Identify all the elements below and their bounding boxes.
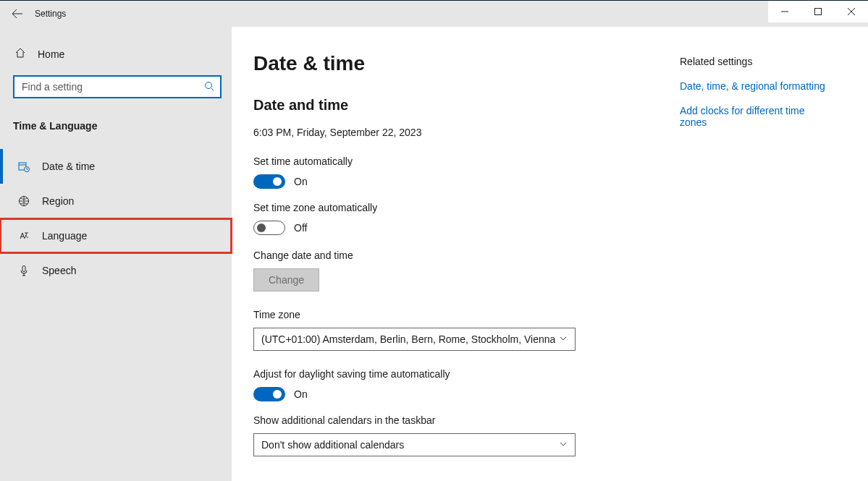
language-icon (17, 230, 30, 242)
chevron-down-icon (559, 333, 568, 345)
nav-item-speech[interactable]: Speech (0, 253, 232, 288)
set-time-auto-label: Set time automatically (253, 156, 659, 167)
home-nav[interactable]: Home (0, 41, 232, 67)
minimize-icon (781, 8, 788, 15)
related-link-formatting[interactable]: Date, time, & regional formatting (680, 80, 832, 92)
set-time-auto-state: On (294, 176, 308, 187)
back-button[interactable] (0, 8, 35, 20)
home-icon (14, 47, 26, 61)
timezone-value: (UTC+01:00) Amsterdam, Berlin, Bern, Rom… (261, 333, 555, 345)
related-settings: Related settings Date, time, & regional … (680, 52, 868, 481)
timezone-select[interactable]: (UTC+01:00) Amsterdam, Berlin, Bern, Rom… (253, 328, 576, 351)
set-tz-auto-label: Set time zone automatically (253, 202, 659, 213)
set-time-auto-toggle[interactable] (253, 174, 285, 189)
related-heading: Related settings (680, 56, 832, 67)
maximize-button[interactable] (801, 1, 835, 22)
additional-calendars-label: Show additional calendars in the taskbar (253, 414, 659, 426)
close-icon (848, 8, 855, 15)
globe-icon (17, 195, 30, 207)
set-tz-auto-state: Off (294, 222, 307, 234)
change-date-label: Change date and time (253, 250, 659, 261)
nav-item-language[interactable]: Language (0, 218, 232, 253)
set-tz-auto-toggle[interactable] (253, 221, 285, 235)
page-title: Date & time (253, 52, 659, 75)
nav-item-region[interactable]: Region (0, 184, 232, 218)
calendar-clock-icon (17, 161, 30, 172)
search-input[interactable] (20, 80, 204, 93)
content: Date & time Date and time 6:03 PM, Frida… (232, 27, 868, 481)
nav-item-label: Language (42, 230, 87, 242)
titlebar: Settings (0, 1, 868, 27)
search-icon (204, 81, 214, 93)
section-title: Date and time (253, 97, 659, 114)
additional-calendars-select[interactable]: Don't show additional calendars (253, 433, 576, 456)
nav-item-label: Speech (42, 265, 76, 276)
home-label: Home (38, 48, 64, 60)
window-title: Settings (35, 9, 66, 19)
svg-point-1 (206, 82, 212, 88)
dst-toggle[interactable] (253, 387, 285, 401)
svg-rect-5 (22, 266, 25, 272)
change-button[interactable]: Change (253, 268, 319, 291)
nav-item-date-time[interactable]: Date & time (0, 149, 232, 184)
window-controls (768, 1, 868, 22)
svg-rect-0 (815, 9, 822, 15)
search-box[interactable] (13, 75, 222, 98)
nav-item-label: Date & time (42, 161, 95, 172)
chevron-down-icon (559, 439, 568, 451)
timezone-label: Time zone (253, 309, 659, 320)
close-button[interactable] (835, 1, 868, 22)
nav-item-label: Region (42, 195, 74, 207)
additional-calendars-value: Don't show additional calendars (261, 439, 404, 451)
dst-label: Adjust for daylight saving time automati… (253, 368, 659, 380)
maximize-icon (814, 8, 822, 15)
microphone-icon (17, 265, 30, 276)
sidebar: Home Time & Language Date & time (0, 27, 232, 481)
minimize-button[interactable] (768, 1, 801, 22)
current-datetime: 6:03 PM, Friday, September 22, 2023 (253, 127, 659, 138)
related-link-clocks[interactable]: Add clocks for different time zones (680, 105, 832, 128)
dst-state: On (294, 388, 308, 400)
sidebar-section-heading: Time & Language (0, 116, 232, 136)
arrow-left-icon (12, 8, 23, 20)
